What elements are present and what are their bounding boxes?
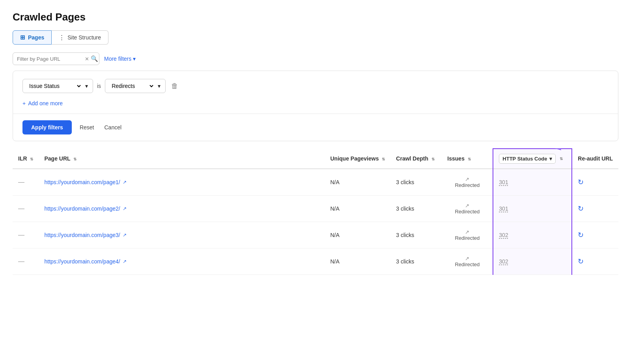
- filter-condition-row: Issue Status HTTP Status Code Unique Pag…: [22, 79, 609, 93]
- url-filter-input-wrapper: ✕ 🔍: [13, 52, 99, 65]
- cell-depth: 3 clicks: [390, 222, 442, 248]
- plus-icon: +: [22, 100, 26, 106]
- redirect-arrow-icon: ↗: [465, 256, 469, 261]
- cell-ilr: —: [13, 196, 39, 222]
- cell-status: 301: [493, 196, 572, 222]
- cancel-button[interactable]: Cancel: [102, 123, 124, 132]
- redirect-arrow-icon: ↗: [465, 229, 469, 235]
- table-row: — https://yourdomain.com/page3/ ↗ N/A 3 …: [13, 222, 618, 248]
- external-link-icon: ↗: [123, 259, 127, 264]
- field-chevron-icon: ▾: [85, 83, 88, 89]
- col-header-ilr[interactable]: ILR ⇅: [13, 149, 39, 169]
- reaudit-button[interactable]: ↻: [578, 204, 584, 213]
- cell-depth: 3 clicks: [390, 248, 442, 275]
- cell-url: https://yourdomain.com/page3/ ↗: [39, 222, 325, 248]
- redirect-arrow-icon: ↗: [465, 203, 469, 209]
- tab-pages[interactable]: ⊞ Pages: [13, 30, 52, 45]
- status-code-value[interactable]: 301: [499, 179, 508, 185]
- url-filter-input[interactable]: [17, 56, 83, 62]
- reaudit-button[interactable]: ↻: [578, 178, 584, 187]
- status-code-value[interactable]: 302: [499, 258, 508, 265]
- table-row: — https://yourdomain.com/page2/ ↗ N/A 3 …: [13, 196, 618, 222]
- page-url-link[interactable]: https://yourdomain.com/page3/ ↗: [44, 232, 319, 238]
- col-header-status[interactable]: HTTP Status Code ▾ ⇅: [493, 149, 572, 169]
- cell-issues: ↗ Redirected: [442, 248, 493, 275]
- reaudit-button[interactable]: ↻: [578, 231, 584, 239]
- status-code-value[interactable]: 301: [499, 205, 508, 212]
- sort-icon-issues: ⇅: [468, 157, 471, 161]
- sort-icon-pageviews: ⇅: [382, 157, 385, 161]
- cell-reaudit: ↻: [572, 222, 618, 248]
- status-chevron-icon: ▾: [549, 156, 552, 162]
- sort-icon-url: ⇅: [73, 157, 77, 161]
- more-filters-button[interactable]: More filters ▾: [104, 56, 136, 62]
- filter-row: ✕ 🔍 More filters ▾: [13, 52, 618, 65]
- col-header-depth[interactable]: Crawl Depth ⇅: [390, 149, 442, 169]
- cell-url: https://yourdomain.com/page1/ ↗: [39, 169, 325, 196]
- page-url-link[interactable]: https://yourdomain.com/page2/ ↗: [44, 205, 319, 212]
- cell-url: https://yourdomain.com/page2/ ↗: [39, 196, 325, 222]
- cell-reaudit: ↻: [572, 196, 618, 222]
- cell-ilr: —: [13, 248, 39, 275]
- add-more-button[interactable]: + Add one more: [22, 100, 63, 114]
- cell-reaudit: ↻: [572, 248, 618, 275]
- page-url-link[interactable]: https://yourdomain.com/page4/ ↗: [44, 258, 319, 265]
- cell-pageviews: N/A: [325, 196, 391, 222]
- value-chevron-icon: ▾: [158, 83, 161, 89]
- filter-is-label: is: [97, 83, 101, 89]
- tab-site-structure[interactable]: ⋮ Site Structure: [52, 30, 108, 45]
- filter-delete-button[interactable]: 🗑: [170, 80, 180, 92]
- external-link-icon: ↗: [123, 206, 127, 211]
- cell-issues: ↗ Redirected: [442, 222, 493, 248]
- field-select-wrapper: Issue Status HTTP Status Code Unique Pag…: [22, 79, 93, 93]
- cell-pageviews: N/A: [325, 169, 391, 196]
- filter-panel: Issue Status HTTP Status Code Unique Pag…: [13, 71, 618, 141]
- cell-status: 301: [493, 169, 572, 196]
- sort-icon-depth: ⇅: [431, 157, 435, 161]
- col-header-url[interactable]: Page URL ⇅: [39, 149, 325, 169]
- value-select-wrapper: Redirects 404 Not Found 200 OK 5xx Error…: [105, 79, 166, 93]
- external-link-icon: ↗: [123, 179, 127, 185]
- table-row: — https://yourdomain.com/page4/ ↗ N/A 3 …: [13, 248, 618, 275]
- cell-pageviews: N/A: [325, 248, 391, 275]
- cell-ilr: —: [13, 222, 39, 248]
- cell-reaudit: ↻: [572, 169, 618, 196]
- results-table-wrapper: ILR ⇅ Page URL ⇅ Unique Pageviews ⇅ Craw…: [13, 148, 618, 275]
- cell-depth: 3 clicks: [390, 169, 442, 196]
- external-link-icon: ↗: [123, 232, 127, 238]
- col-header-issues[interactable]: Issues ⇅: [442, 149, 493, 169]
- tab-bar: ⊞ Pages ⋮ Site Structure: [13, 30, 618, 45]
- add-more-label: Add one more: [28, 100, 63, 106]
- cell-issues: ↗ Redirected: [442, 196, 493, 222]
- page-title: Crawled Pages: [13, 11, 618, 23]
- cell-issues: ↗ Redirected: [442, 169, 493, 196]
- filter-actions: Apply filters Reset Cancel: [22, 114, 609, 141]
- col-header-pageviews[interactable]: Unique Pageviews ⇅: [325, 149, 391, 169]
- status-code-value[interactable]: 302: [499, 232, 508, 238]
- table-header-row: ILR ⇅ Page URL ⇅ Unique Pageviews ⇅ Craw…: [13, 149, 618, 169]
- chevron-down-icon: ▾: [133, 56, 136, 62]
- page-url-link[interactable]: https://yourdomain.com/page1/ ↗: [44, 179, 319, 185]
- cell-pageviews: N/A: [325, 222, 391, 248]
- clear-icon[interactable]: ✕: [85, 56, 89, 62]
- field-select[interactable]: Issue Status HTTP Status Code Unique Pag…: [28, 82, 82, 90]
- pages-icon: ⊞: [20, 34, 25, 41]
- cell-status: 302: [493, 222, 572, 248]
- reaudit-button[interactable]: ↻: [578, 257, 584, 266]
- cell-depth: 3 clicks: [390, 196, 442, 222]
- redirect-arrow-icon: ↗: [465, 176, 469, 182]
- sort-icon-ilr: ⇅: [30, 157, 33, 161]
- cell-url: https://yourdomain.com/page4/ ↗: [39, 248, 325, 275]
- more-filters-label: More filters: [104, 56, 131, 62]
- results-table: ILR ⇅ Page URL ⇅ Unique Pageviews ⇅ Craw…: [13, 148, 618, 275]
- cell-status: 302: [493, 248, 572, 275]
- search-icon[interactable]: 🔍: [91, 55, 98, 62]
- tab-pages-label: Pages: [28, 34, 44, 41]
- value-select[interactable]: Redirects 404 Not Found 200 OK 5xx Error…: [110, 82, 155, 90]
- apply-filters-button[interactable]: Apply filters: [22, 120, 72, 134]
- reset-button[interactable]: Reset: [77, 123, 97, 132]
- status-col-select[interactable]: HTTP Status Code ▾: [499, 154, 555, 164]
- tab-site-structure-label: Site Structure: [67, 34, 101, 41]
- site-structure-icon: ⋮: [59, 34, 65, 41]
- cell-ilr: —: [13, 169, 39, 196]
